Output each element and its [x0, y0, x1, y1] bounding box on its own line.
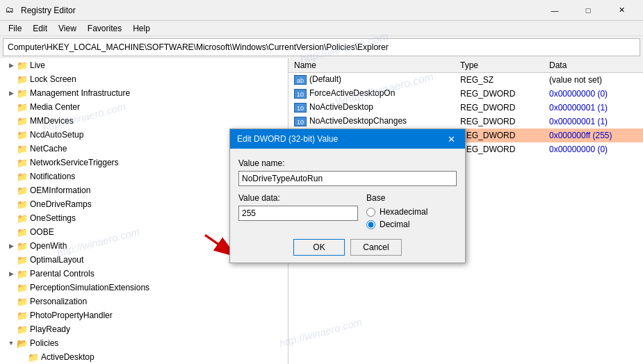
cancel-button[interactable]: Cancel — [350, 239, 402, 256]
table-row[interactable]: 10NoActiveDesktopChanges REG_DWORD 0x000… — [288, 115, 643, 129]
value-data-label: Value data: — [238, 193, 358, 203]
tree-label: OEMInformation — [30, 185, 90, 195]
tree-item[interactable]: ▶ 📁 Live — [0, 58, 288, 72]
minimize-button[interactable]: — — [539, 0, 571, 21]
tree-expand-icon: ▶ — [6, 62, 17, 69]
tree-item[interactable]: 📁 PerceptionSimulationExtensions — [0, 281, 288, 295]
tree-expand-icon: ▶ — [6, 242, 17, 249]
cell-data: 0x00000001 (1) — [544, 115, 643, 129]
cell-name: 10NoActiveDesktopChanges — [288, 115, 455, 129]
folder-icon: 📁 — [17, 324, 28, 335]
tree-item[interactable]: 📁 PlayReady — [0, 322, 288, 336]
cell-type: REG_DWORD — [455, 101, 544, 115]
tree-label: NcdAutoSetup — [30, 130, 83, 140]
value-data-input[interactable] — [238, 206, 358, 221]
tree-label: NetCache — [30, 144, 67, 154]
cell-type: REG_DWORD — [455, 142, 544, 156]
menu-help[interactable]: Help — [127, 22, 156, 35]
cell-data: 0x00000000 (0) — [544, 87, 643, 101]
folder-icon: 📁 — [17, 283, 28, 293]
dialog-buttons: OK Cancel — [238, 239, 457, 256]
folder-icon: 📁 — [17, 172, 28, 182]
col-name: Name — [288, 58, 455, 73]
radio-decimal[interactable]: Decimal — [366, 220, 457, 229]
folder-icon: 📂 — [17, 338, 28, 349]
cell-data: (value not set) — [544, 73, 643, 87]
maximize-button[interactable]: □ — [572, 0, 604, 21]
menu-favorites[interactable]: Favorites — [82, 22, 127, 35]
folder-icon: 📁 — [17, 255, 28, 265]
tree-label: PhotoPropertyHandler — [30, 311, 113, 320]
cell-data: 0x00000000 (0) — [544, 142, 643, 156]
hexadecimal-label: Hexadecimal — [380, 207, 428, 217]
tree-item[interactable]: 📁 MMDevices — [0, 114, 288, 128]
tree-label: Personalization — [30, 297, 87, 306]
cell-type: REG_DWORD — [455, 87, 544, 101]
col-data: Data — [544, 58, 643, 73]
tree-item[interactable]: 📁 Media Center — [0, 100, 288, 114]
folder-icon: 📁 — [17, 185, 28, 196]
folder-icon: 📁 — [17, 269, 28, 279]
tree-label: OOBE — [30, 227, 54, 237]
edit-dword-dialog: Edit DWORD (32-bit) Value ✕ Value name: … — [229, 129, 466, 263]
cell-name: 10ForceActiveDesktopOn — [288, 87, 455, 101]
dialog-title: Edit DWORD (32-bit) Value — [237, 134, 338, 144]
folder-icon: 📁 — [17, 88, 28, 99]
value-name-label: Value name: — [238, 158, 457, 168]
tree-item[interactable]: ▶ 📁 Management Infrastructure — [0, 86, 288, 100]
tree-item[interactable]: ▼ 📂 Policies — [0, 336, 288, 350]
cell-data: 0x00000001 (1) — [544, 101, 643, 115]
tree-expand-icon: ▼ — [6, 340, 17, 347]
cell-data: 0x000000ff (255) — [544, 129, 643, 142]
tree-label: Live — [30, 60, 45, 70]
tree-label: NetworkServiceTriggers — [30, 158, 119, 167]
tree-label: MMDevices — [30, 116, 74, 126]
folder-icon: 📁 — [17, 74, 28, 85]
app-title: Registry Editor — [21, 6, 76, 15]
tree-label: Management Infrastructure — [30, 88, 130, 98]
tree-label: OneDriveRamps — [30, 199, 92, 209]
cell-name: 10NoActiveDesktop — [288, 101, 455, 115]
decimal-radio[interactable] — [366, 220, 375, 229]
tree-item[interactable]: ▶ 📁 Parental Controls — [0, 267, 288, 281]
cell-name: ab(Default) — [288, 73, 455, 87]
table-row[interactable]: 10NoActiveDesktop REG_DWORD 0x00000001 (… — [288, 101, 643, 115]
tree-expand-icon: ▶ — [6, 270, 17, 277]
tree-label: Parental Controls — [30, 269, 95, 279]
ok-button[interactable]: OK — [293, 239, 345, 256]
cell-type: REG_DWORD — [455, 129, 544, 142]
close-button[interactable]: ✕ — [605, 0, 637, 21]
window-controls: — □ ✕ — [539, 0, 637, 21]
table-row[interactable]: 10ForceActiveDesktopOn REG_DWORD 0x00000… — [288, 87, 643, 101]
folder-icon: 📁 — [17, 297, 28, 307]
tree-item[interactable]: 📁 ActiveDesktop — [0, 350, 288, 364]
radio-hexadecimal[interactable]: Hexadecimal — [366, 207, 457, 217]
radio-group: Hexadecimal Decimal — [366, 207, 457, 229]
value-name-input[interactable] — [238, 171, 457, 186]
col-type: Type — [455, 58, 544, 73]
tree-label: OptimalLayout — [30, 255, 83, 265]
title-bar: 🗂 Registry Editor — □ ✕ — [0, 0, 643, 21]
menu-view[interactable]: View — [53, 22, 82, 35]
tree-expand-icon: ▶ — [6, 90, 17, 97]
table-row[interactable]: ab(Default) REG_SZ (value not set) — [288, 73, 643, 87]
base-section: Base Hexadecimal Decimal — [366, 193, 457, 229]
dialog-body: Value name: Value data: Base Hexadecimal — [230, 149, 465, 263]
folder-icon: 📁 — [17, 130, 28, 140]
base-title: Base — [366, 193, 457, 203]
dialog-title-bar: Edit DWORD (32-bit) Value ✕ — [230, 129, 465, 149]
folder-icon: 📁 — [17, 213, 28, 224]
folder-icon: 📁 — [17, 116, 28, 126]
tree-item[interactable]: 📁 PhotoPropertyHandler — [0, 308, 288, 322]
tree-label: Notifications — [30, 172, 75, 181]
hexadecimal-radio[interactable] — [366, 208, 375, 217]
app-icon: 🗂 — [6, 5, 17, 16]
menu-file[interactable]: File — [3, 22, 27, 35]
tree-item[interactable]: 📁 Personalization — [0, 295, 288, 308]
tree-item[interactable]: 📁 Lock Screen — [0, 72, 288, 86]
tree-label: Lock Screen — [30, 74, 76, 84]
menu-edit[interactable]: Edit — [27, 22, 53, 35]
folder-icon: 📁 — [17, 60, 28, 71]
tree-label: Policies — [30, 338, 58, 348]
dialog-close-button[interactable]: ✕ — [444, 132, 458, 146]
